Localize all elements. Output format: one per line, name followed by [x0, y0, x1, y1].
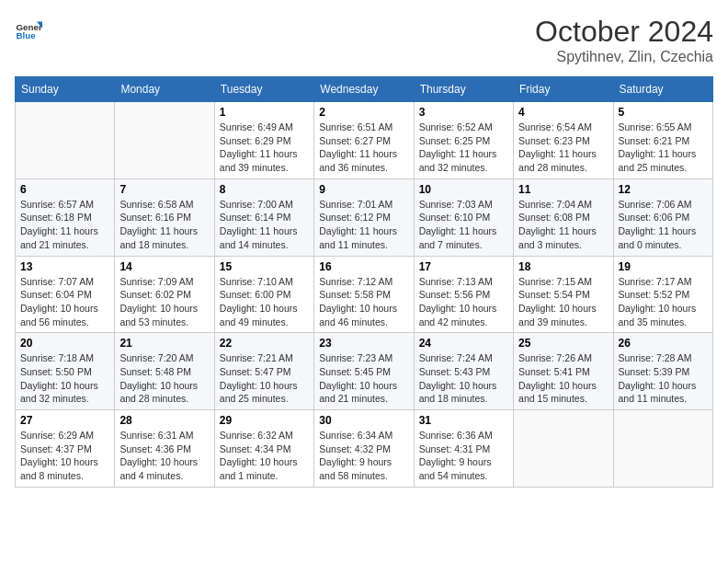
calendar-day-cell: 28Sunrise: 6:31 AM Sunset: 4:36 PM Dayli… — [115, 410, 214, 488]
calendar-day-cell: 12Sunrise: 7:06 AM Sunset: 6:06 PM Dayli… — [613, 178, 712, 256]
day-number: 12 — [619, 183, 708, 196]
day-number: 29 — [220, 414, 309, 427]
day-number: 20 — [20, 337, 109, 350]
day-content: Sunrise: 7:17 AM Sunset: 5:52 PM Dayligh… — [619, 275, 708, 329]
calendar-day-header: Wednesday — [314, 77, 414, 102]
day-number: 18 — [518, 260, 608, 273]
day-content: Sunrise: 6:36 AM Sunset: 4:31 PM Dayligh… — [419, 429, 508, 483]
day-content: Sunrise: 7:01 AM Sunset: 6:12 PM Dayligh… — [319, 198, 408, 252]
day-content: Sunrise: 7:04 AM Sunset: 6:08 PM Dayligh… — [518, 198, 608, 252]
day-number: 3 — [419, 106, 508, 119]
calendar-day-header: Thursday — [414, 77, 513, 102]
day-number: 30 — [319, 414, 408, 427]
calendar-day-cell: 29Sunrise: 6:32 AM Sunset: 4:34 PM Dayli… — [214, 410, 313, 488]
day-number: 6 — [20, 183, 109, 196]
day-content: Sunrise: 6:29 AM Sunset: 4:37 PM Dayligh… — [20, 429, 109, 483]
calendar-day-cell: 17Sunrise: 7:13 AM Sunset: 5:56 PM Dayli… — [414, 256, 513, 333]
day-content: Sunrise: 7:12 AM Sunset: 5:58 PM Dayligh… — [319, 275, 408, 329]
day-content: Sunrise: 7:06 AM Sunset: 6:06 PM Dayligh… — [619, 198, 708, 252]
day-content: Sunrise: 6:55 AM Sunset: 6:21 PM Dayligh… — [619, 121, 708, 175]
day-number: 15 — [220, 260, 309, 273]
day-content: Sunrise: 7:26 AM Sunset: 5:41 PM Dayligh… — [518, 351, 608, 406]
day-number: 8 — [220, 183, 309, 196]
calendar-day-header: Tuesday — [214, 77, 313, 102]
day-content: Sunrise: 7:10 AM Sunset: 6:00 PM Dayligh… — [220, 275, 309, 329]
calendar-week-row: 6Sunrise: 6:57 AM Sunset: 6:18 PM Daylig… — [16, 178, 713, 256]
calendar-day-header: Friday — [514, 77, 613, 102]
day-content: Sunrise: 7:23 AM Sunset: 5:45 PM Dayligh… — [319, 351, 408, 406]
svg-text:Blue: Blue — [17, 30, 37, 40]
day-content: Sunrise: 7:07 AM Sunset: 6:04 PM Dayligh… — [20, 275, 109, 329]
calendar-day-cell: 7Sunrise: 6:58 AM Sunset: 6:16 PM Daylig… — [115, 178, 214, 256]
calendar-week-row: 27Sunrise: 6:29 AM Sunset: 4:37 PM Dayli… — [16, 410, 713, 488]
day-content: Sunrise: 7:15 AM Sunset: 5:54 PM Dayligh… — [518, 275, 608, 329]
day-number: 14 — [119, 260, 209, 273]
day-content: Sunrise: 6:52 AM Sunset: 6:25 PM Dayligh… — [419, 121, 508, 175]
day-content: Sunrise: 7:28 AM Sunset: 5:39 PM Dayligh… — [619, 351, 708, 406]
calendar-week-row: 13Sunrise: 7:07 AM Sunset: 6:04 PM Dayli… — [16, 256, 713, 333]
day-content: Sunrise: 7:13 AM Sunset: 5:56 PM Dayligh… — [419, 275, 508, 329]
day-number: 23 — [319, 337, 408, 350]
day-number: 27 — [20, 414, 109, 427]
day-content: Sunrise: 7:20 AM Sunset: 5:48 PM Dayligh… — [119, 351, 209, 406]
calendar-day-cell: 23Sunrise: 7:23 AM Sunset: 5:45 PM Dayli… — [314, 333, 414, 410]
day-content: Sunrise: 6:49 AM Sunset: 6:29 PM Dayligh… — [220, 121, 309, 175]
logo: General Blue — [15, 15, 42, 42]
day-number: 28 — [119, 414, 209, 427]
day-number: 24 — [419, 337, 508, 350]
day-number: 4 — [518, 106, 608, 119]
day-number: 31 — [419, 414, 508, 427]
calendar-day-cell: 15Sunrise: 7:10 AM Sunset: 6:00 PM Dayli… — [214, 256, 313, 333]
calendar-day-cell: 24Sunrise: 7:24 AM Sunset: 5:43 PM Dayli… — [414, 333, 513, 410]
day-content: Sunrise: 6:31 AM Sunset: 4:36 PM Dayligh… — [119, 429, 209, 483]
calendar-day-cell: 22Sunrise: 7:21 AM Sunset: 5:47 PM Dayli… — [214, 333, 313, 410]
calendar-day-cell: 30Sunrise: 6:34 AM Sunset: 4:32 PM Dayli… — [314, 410, 414, 488]
day-number: 2 — [319, 106, 408, 119]
calendar-table: SundayMondayTuesdayWednesdayThursdayFrid… — [15, 76, 713, 488]
day-number: 16 — [319, 260, 408, 273]
day-content: Sunrise: 6:57 AM Sunset: 6:18 PM Dayligh… — [20, 198, 109, 252]
calendar-day-cell: 16Sunrise: 7:12 AM Sunset: 5:58 PM Dayli… — [314, 256, 414, 333]
day-number: 10 — [419, 183, 508, 196]
day-number: 22 — [220, 337, 309, 350]
calendar-day-cell: 5Sunrise: 6:55 AM Sunset: 6:21 PM Daylig… — [613, 102, 712, 179]
calendar-day-cell: 1Sunrise: 6:49 AM Sunset: 6:29 PM Daylig… — [214, 102, 313, 179]
day-number: 7 — [119, 183, 209, 196]
title-block: October 2024 Spytihnev, Zlin, Czechia — [535, 15, 713, 65]
calendar-day-header: Saturday — [613, 77, 712, 102]
day-number: 26 — [619, 337, 708, 350]
calendar-day-header: Sunday — [16, 77, 115, 102]
month-title: October 2024 — [535, 15, 713, 49]
location: Spytihnev, Zlin, Czechia — [535, 49, 713, 65]
calendar-day-cell: 31Sunrise: 6:36 AM Sunset: 4:31 PM Dayli… — [414, 410, 513, 488]
calendar-day-cell: 4Sunrise: 6:54 AM Sunset: 6:23 PM Daylig… — [514, 102, 613, 179]
calendar-day-cell: 8Sunrise: 7:00 AM Sunset: 6:14 PM Daylig… — [214, 178, 313, 256]
day-number: 21 — [119, 337, 209, 350]
calendar-day-cell — [613, 410, 712, 488]
calendar-day-cell: 10Sunrise: 7:03 AM Sunset: 6:10 PM Dayli… — [414, 178, 513, 256]
calendar-day-cell: 13Sunrise: 7:07 AM Sunset: 6:04 PM Dayli… — [16, 256, 115, 333]
day-number: 17 — [419, 260, 508, 273]
day-content: Sunrise: 6:58 AM Sunset: 6:16 PM Dayligh… — [119, 198, 209, 252]
calendar-day-cell — [115, 102, 214, 179]
calendar-day-cell: 3Sunrise: 6:52 AM Sunset: 6:25 PM Daylig… — [414, 102, 513, 179]
day-number: 9 — [319, 183, 408, 196]
day-content: Sunrise: 7:18 AM Sunset: 5:50 PM Dayligh… — [20, 351, 109, 406]
day-number: 11 — [518, 183, 608, 196]
calendar-day-cell: 19Sunrise: 7:17 AM Sunset: 5:52 PM Dayli… — [613, 256, 712, 333]
calendar-header-row: SundayMondayTuesdayWednesdayThursdayFrid… — [16, 77, 713, 102]
day-content: Sunrise: 7:24 AM Sunset: 5:43 PM Dayligh… — [419, 351, 508, 406]
calendar-day-cell: 27Sunrise: 6:29 AM Sunset: 4:37 PM Dayli… — [16, 410, 115, 488]
calendar-day-cell: 2Sunrise: 6:51 AM Sunset: 6:27 PM Daylig… — [314, 102, 414, 179]
calendar-day-cell: 18Sunrise: 7:15 AM Sunset: 5:54 PM Dayli… — [514, 256, 613, 333]
calendar-day-header: Monday — [115, 77, 214, 102]
calendar-day-cell: 21Sunrise: 7:20 AM Sunset: 5:48 PM Dayli… — [115, 333, 214, 410]
day-content: Sunrise: 7:09 AM Sunset: 6:02 PM Dayligh… — [119, 275, 209, 329]
day-content: Sunrise: 6:51 AM Sunset: 6:27 PM Dayligh… — [319, 121, 408, 175]
day-number: 13 — [20, 260, 109, 273]
calendar-day-cell: 11Sunrise: 7:04 AM Sunset: 6:08 PM Dayli… — [514, 178, 613, 256]
day-number: 25 — [518, 337, 608, 350]
day-content: Sunrise: 7:03 AM Sunset: 6:10 PM Dayligh… — [419, 198, 508, 252]
calendar-day-cell: 6Sunrise: 6:57 AM Sunset: 6:18 PM Daylig… — [16, 178, 115, 256]
day-number: 1 — [220, 106, 309, 119]
